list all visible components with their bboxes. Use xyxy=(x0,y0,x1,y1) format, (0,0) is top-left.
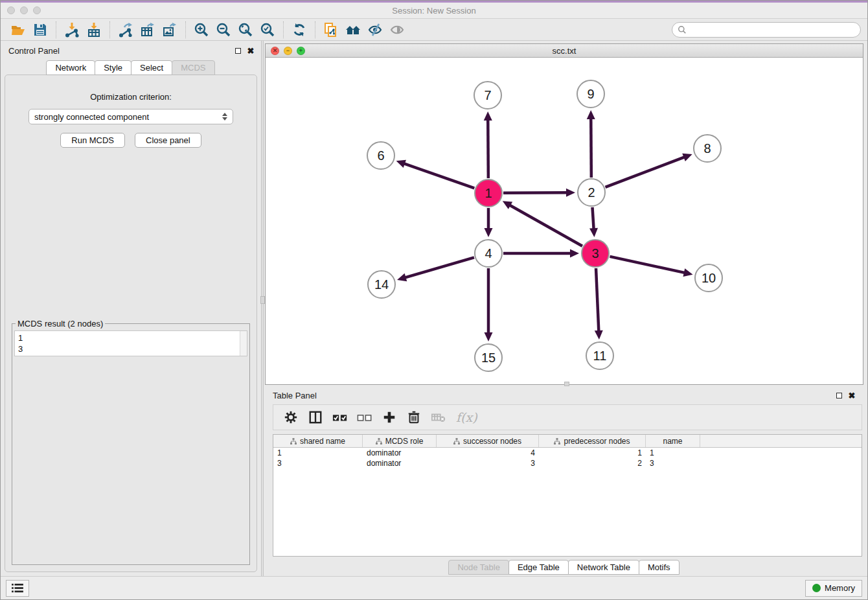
table-cell[interactable]: dominator xyxy=(363,458,437,468)
zoom-in-button[interactable] xyxy=(190,20,212,40)
show-column-panel-button[interactable] xyxy=(304,407,326,428)
graph-node-4[interactable]: 4 xyxy=(475,240,502,267)
import-network-icon xyxy=(64,22,80,38)
graph-node-1[interactable]: 1 xyxy=(475,179,502,207)
criterion-select[interactable]: strongly connected component xyxy=(29,109,233,124)
zoom-fit-button[interactable] xyxy=(234,20,257,40)
eye-button[interactable] xyxy=(386,20,408,40)
toolbar-separator xyxy=(315,21,315,38)
save-session-button[interactable] xyxy=(29,20,51,40)
graph-edge[interactable] xyxy=(396,160,475,189)
graph-node-9[interactable]: 9 xyxy=(577,80,604,108)
refresh-layout-button[interactable] xyxy=(288,20,310,40)
table-cell[interactable]: 3 xyxy=(273,458,363,468)
toolbar-separator xyxy=(56,21,56,38)
network-window-titlebar[interactable]: scc.txt ✕ − + xyxy=(266,44,863,58)
graph-edge[interactable] xyxy=(595,268,603,340)
graph-edge[interactable] xyxy=(589,207,598,237)
column-header-successor-nodes[interactable]: successor nodes xyxy=(437,435,539,447)
table-cell[interactable]: dominator xyxy=(363,448,437,458)
import-table-button[interactable] xyxy=(83,20,105,40)
column-header-MCDS-role[interactable]: MCDS role xyxy=(363,435,437,447)
table-cell[interactable]: 2 xyxy=(539,458,646,468)
graph-edge[interactable] xyxy=(503,249,579,258)
graph-node-15[interactable]: 15 xyxy=(475,344,502,371)
network-resize-grip[interactable] xyxy=(564,382,569,386)
create-column-button[interactable] xyxy=(378,407,400,428)
table-cell[interactable]: 1 xyxy=(539,448,646,458)
table-cell[interactable]: 3 xyxy=(646,458,700,468)
tab-network[interactable]: Network xyxy=(46,60,95,75)
close-table-panel-button[interactable]: ✖ xyxy=(845,389,858,401)
tab-edge-table[interactable]: Edge Table xyxy=(508,560,569,575)
tab-mcds[interactable]: MCDS xyxy=(172,60,214,75)
import-network-button[interactable] xyxy=(61,20,83,40)
graph-edge[interactable] xyxy=(485,208,493,237)
graph-node-6[interactable]: 6 xyxy=(367,142,394,169)
float-panel-button[interactable] xyxy=(231,45,244,56)
export-table-button[interactable] xyxy=(137,20,159,40)
column-header-name[interactable]: name xyxy=(646,435,700,447)
table-cell[interactable]: 1 xyxy=(273,448,363,458)
table-cell[interactable]: 1 xyxy=(646,448,700,458)
graph-node-11[interactable]: 11 xyxy=(586,342,613,369)
graph-edge[interactable] xyxy=(503,201,582,246)
svg-text:2: 2 xyxy=(588,185,595,200)
graph-node-7[interactable]: 7 xyxy=(474,82,501,109)
column-header-shared-name[interactable]: shared name xyxy=(273,435,363,447)
zoom-out-button[interactable] xyxy=(212,20,234,40)
graph-node-14[interactable]: 14 xyxy=(368,271,395,298)
home-button[interactable] xyxy=(342,20,364,40)
graph-node-2[interactable]: 2 xyxy=(578,179,605,206)
task-history-button[interactable] xyxy=(6,580,29,597)
zoom-fit-icon xyxy=(238,22,253,38)
graph-edge[interactable] xyxy=(587,110,595,178)
float-table-panel-button[interactable] xyxy=(832,389,845,401)
table-cell[interactable]: 3 xyxy=(437,458,539,468)
zoom-selected-button[interactable] xyxy=(257,20,279,40)
run-mcds-button[interactable]: Run MCDS xyxy=(60,133,125,148)
graph-edge[interactable] xyxy=(503,189,575,197)
network-graph[interactable]: 7968124314101511 xyxy=(266,58,863,384)
search-input[interactable] xyxy=(690,25,855,34)
titlebar: Session: New Session xyxy=(1,1,867,19)
table-cell[interactable]: 4 xyxy=(437,448,539,458)
svg-text:3: 3 xyxy=(591,246,599,260)
graph-edge[interactable] xyxy=(485,268,493,341)
graph-edge[interactable] xyxy=(397,257,474,281)
open-session-button[interactable] xyxy=(7,20,29,40)
memory-button[interactable]: Memory xyxy=(805,580,862,597)
column-header-predecessor-nodes[interactable]: predecessor nodes xyxy=(539,435,646,447)
graph-edge[interactable] xyxy=(610,257,692,277)
close-panel-button[interactable]: ✖ xyxy=(244,45,257,56)
tab-network-table[interactable]: Network Table xyxy=(568,560,639,575)
table-row[interactable]: 3dominator323 xyxy=(273,458,862,468)
delete-column-button[interactable] xyxy=(403,407,425,428)
mcds-result-text[interactable]: 13 xyxy=(15,331,240,356)
close-panel-button-2[interactable]: Close panel xyxy=(135,133,201,148)
select-all-columns-button[interactable] xyxy=(329,407,351,428)
open-folder-icon xyxy=(10,22,26,38)
result-scrollbar[interactable] xyxy=(240,331,247,356)
table-settings-button[interactable] xyxy=(280,407,302,428)
tab-style[interactable]: Style xyxy=(95,60,131,75)
panel-splitter[interactable] xyxy=(261,41,264,576)
graph-node-10[interactable]: 10 xyxy=(695,264,722,292)
graph-edge[interactable] xyxy=(606,154,692,187)
graph-node-8[interactable]: 8 xyxy=(694,135,721,162)
graph-edge[interactable] xyxy=(484,111,492,178)
export-image-button[interactable] xyxy=(159,20,181,40)
deselect-all-columns-button[interactable] xyxy=(354,407,376,428)
duplicate-network-button[interactable] xyxy=(320,20,342,40)
tab-node-table[interactable]: Node Table xyxy=(448,560,509,575)
network-canvas[interactable]: 7968124314101511 xyxy=(266,58,863,384)
tab-select[interactable]: Select xyxy=(131,60,172,75)
table-row[interactable]: 1dominator411 xyxy=(273,448,862,458)
table-toolbar: f(x) xyxy=(273,404,862,430)
tab-motifs[interactable]: Motifs xyxy=(639,560,680,575)
splitter-grip[interactable] xyxy=(260,296,265,304)
export-network-button[interactable] xyxy=(115,20,137,40)
toggle-graphics-details-button[interactable] xyxy=(364,20,386,40)
graph-node-3[interactable]: 3 xyxy=(582,240,609,267)
float-icon xyxy=(235,48,241,54)
